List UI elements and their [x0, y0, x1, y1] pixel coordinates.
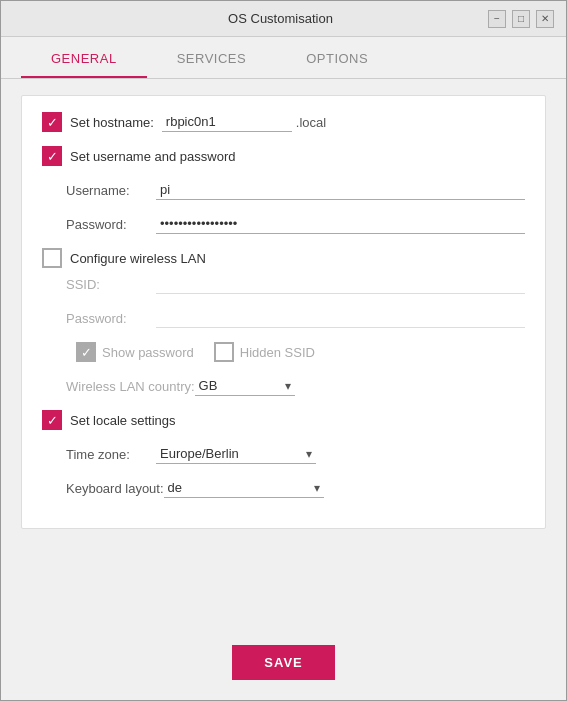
password-input[interactable] [156, 214, 525, 234]
main-content: ✓ Set hostname: .local ✓ Set username an… [1, 79, 566, 633]
username-label: Username: [66, 183, 156, 198]
tab-general[interactable]: GENERAL [21, 37, 147, 78]
hidden-ssid-checkbox[interactable] [214, 342, 234, 362]
hidden-ssid-label: Hidden SSID [240, 345, 315, 360]
tab-services[interactable]: SERVICES [147, 37, 277, 78]
window-controls: − □ ✕ [488, 10, 554, 28]
footer: SAVE [1, 633, 566, 700]
hostname-checkbox[interactable]: ✓ [42, 112, 62, 132]
show-password-label: Show password [102, 345, 194, 360]
country-row: Wireless LAN country: GB US DE ▾ [42, 376, 525, 396]
locale-checkbox-row: ✓ Set locale settings [42, 410, 525, 430]
keyboard-label: Keyboard layout: [66, 481, 164, 496]
locale-checkbox-label: Set locale settings [70, 413, 176, 428]
country-select[interactable]: GB US DE [195, 376, 295, 396]
password-row: Password: [42, 214, 525, 234]
window-title: OS Customisation [73, 11, 488, 26]
wireless-lan-checkbox[interactable] [42, 248, 62, 268]
save-button[interactable]: SAVE [232, 645, 334, 680]
timezone-label: Time zone: [66, 447, 156, 462]
maximize-button[interactable]: □ [512, 10, 530, 28]
country-label: Wireless LAN country: [66, 379, 195, 394]
hostname-input[interactable] [162, 112, 292, 132]
settings-card: ✓ Set hostname: .local ✓ Set username an… [21, 95, 546, 529]
locale-checkbox[interactable]: ✓ [42, 410, 62, 430]
keyboard-select[interactable]: de us gb [164, 478, 324, 498]
username-input[interactable] [156, 180, 525, 200]
tab-options[interactable]: OPTIONS [276, 37, 398, 78]
inline-checks-row: ✓ Show password Hidden SSID [42, 342, 525, 362]
keyboard-select-wrap: de us gb ▾ [164, 478, 324, 498]
ssid-label: SSID: [66, 277, 156, 292]
timezone-select[interactable]: Europe/Berlin UTC America/New_York [156, 444, 316, 464]
password-label: Password: [66, 217, 156, 232]
show-password-checkbox[interactable]: ✓ [76, 342, 96, 362]
close-button[interactable]: ✕ [536, 10, 554, 28]
wireless-password-label: Password: [66, 311, 156, 326]
tab-bar: GENERAL SERVICES OPTIONS [1, 37, 566, 79]
username-password-checkbox-label: Set username and password [70, 149, 235, 164]
ssid-row: SSID: [42, 274, 525, 294]
username-row: Username: [42, 180, 525, 200]
wireless-lan-checkbox-label: Configure wireless LAN [70, 251, 206, 266]
app-window: OS Customisation − □ ✕ GENERAL SERVICES … [0, 0, 567, 701]
timezone-row: Time zone: Europe/Berlin UTC America/New… [42, 444, 525, 464]
country-select-wrap: GB US DE ▾ [195, 376, 295, 396]
minimize-button[interactable]: − [488, 10, 506, 28]
ssid-input[interactable] [156, 274, 525, 294]
timezone-select-wrap: Europe/Berlin UTC America/New_York ▾ [156, 444, 316, 464]
hidden-ssid-check-item: Hidden SSID [214, 342, 315, 362]
username-password-checkbox[interactable]: ✓ [42, 146, 62, 166]
hostname-suffix: .local [296, 115, 326, 130]
username-password-checkbox-row: ✓ Set username and password [42, 146, 525, 166]
hostname-checkbox-wrap: ✓ Set hostname: [42, 112, 154, 132]
hostname-checkbox-label: Set hostname: [70, 115, 154, 130]
keyboard-row: Keyboard layout: de us gb ▾ [42, 478, 525, 498]
hostname-checkbox-row: ✓ Set hostname: .local [42, 112, 525, 132]
show-password-check-item: ✓ Show password [76, 342, 194, 362]
wireless-password-row: Password: [42, 308, 525, 328]
wireless-password-input[interactable] [156, 308, 525, 328]
wireless-lan-checkbox-row: Configure wireless LAN [42, 248, 525, 268]
titlebar: OS Customisation − □ ✕ [1, 1, 566, 37]
